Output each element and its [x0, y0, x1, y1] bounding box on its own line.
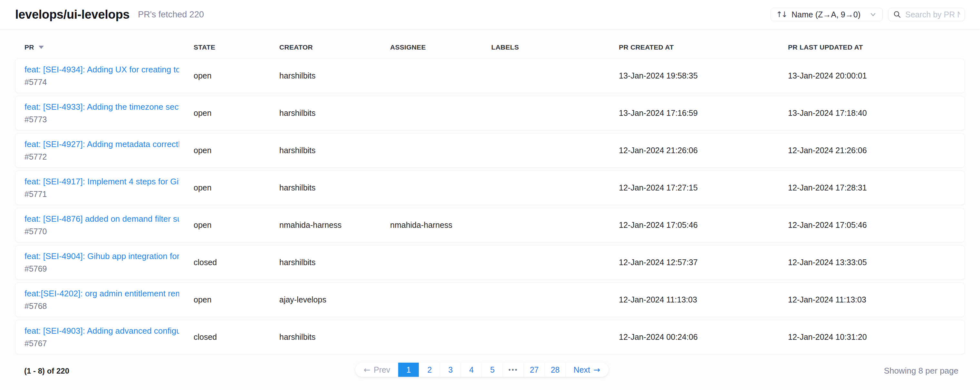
table-row[interactable]: feat:[SEI-4202]: org admin entitlement r…: [15, 282, 965, 317]
pr-title-link[interactable]: feat: [SEI-4876] added on demand filter …: [24, 214, 179, 224]
page-ellipsis[interactable]: •••: [503, 363, 524, 377]
page-button-1[interactable]: 1: [398, 363, 419, 377]
table-row[interactable]: feat: [SEI-4917]: Implement 4 steps for …: [15, 171, 965, 205]
pr-creator: harshilbits: [279, 146, 390, 155]
pr-creator: harshilbits: [279, 71, 390, 81]
pr-title-link[interactable]: feat: [SEI-4933]: Adding the timezone se…: [24, 102, 179, 112]
chevron-down-icon: [870, 11, 877, 18]
pr-state: open: [194, 295, 279, 304]
pr-created-at: 13-Jan-2024 17:16:59: [619, 108, 788, 118]
search-icon: [893, 10, 901, 19]
search-container: [888, 8, 965, 21]
table-row[interactable]: feat: [SEI-4876] added on demand filter …: [15, 208, 965, 242]
pr-created-at: 12-Jan-2024 17:27:15: [619, 183, 788, 192]
fetched-count-label: PR's fetched 220: [138, 10, 204, 20]
page-button-28[interactable]: 28: [545, 363, 566, 377]
pr-title-link[interactable]: feat:[SEI-4202]: org admin entitlement r…: [24, 289, 179, 299]
pr-number: #5773: [24, 115, 194, 124]
column-header-creator: Creator: [279, 43, 390, 51]
pr-state: closed: [194, 258, 279, 267]
pr-creator: harshilbits: [279, 108, 390, 118]
table-row[interactable]: feat: [SEI-4903]: Adding advanced config…: [15, 320, 965, 354]
page-button-4[interactable]: 4: [461, 363, 482, 377]
table-row[interactable]: feat: [SEI-4933]: Adding the timezone se…: [15, 96, 965, 130]
table-row[interactable]: feat: [SEI-4934]: Adding UX for creating…: [15, 59, 965, 93]
column-header-pr[interactable]: PR: [24, 43, 194, 51]
pr-title-link[interactable]: feat: [SEI-4904]: Gihub app integration …: [24, 251, 179, 261]
table-body: feat: [SEI-4934]: Adding UX for creating…: [15, 59, 965, 354]
pr-updated-at: 12-Jan-2024 21:26:06: [788, 146, 964, 155]
pr-state: open: [194, 220, 279, 230]
pr-creator: nmahida-harness: [279, 220, 390, 230]
column-header-updated: PR Last Updated At: [788, 43, 965, 51]
pr-creator: harshilbits: [279, 258, 390, 267]
pr-title-link[interactable]: feat: [SEI-4917]: Implement 4 steps for …: [24, 177, 179, 187]
pr-title-link[interactable]: feat: [SEI-4903]: Adding advanced config…: [24, 326, 179, 336]
footer: (1 - 8) of 220 ← Prev 1 2 3 4 5 ••• 27 2…: [0, 357, 980, 390]
pr-state: closed: [194, 332, 279, 342]
page-button-2[interactable]: 2: [419, 363, 440, 377]
top-bar: levelops/ui-levelops PR's fetched 220 ↑↓…: [0, 0, 980, 29]
pagination: ← Prev 1 2 3 4 5 ••• 27 28 Next →: [355, 363, 609, 377]
pr-number: #5772: [24, 152, 194, 162]
pr-updated-at: 12-Jan-2024 17:28:31: [788, 183, 964, 192]
table-header-row: PR State Creator Assignee Labels PR Crea…: [15, 43, 965, 52]
table-row[interactable]: feat: [SEI-4904]: Gihub app integration …: [15, 245, 965, 280]
results-range-label: (1 - 8) of 220: [24, 366, 69, 376]
sort-caret-icon: [39, 46, 44, 49]
pr-creator: harshilbits: [279, 183, 390, 192]
column-header-assignee: Assignee: [390, 43, 491, 51]
pr-number: #5770: [24, 227, 194, 236]
sort-dropdown[interactable]: ↑↓ Name (Z→A, 9→0): [771, 8, 883, 21]
arrow-left-icon: ←: [364, 365, 371, 374]
pr-created-at: 12-Jan-2024 17:05:46: [619, 220, 788, 230]
pr-created-at: 12-Jan-2024 11:13:03: [619, 295, 788, 304]
pr-state: open: [194, 108, 279, 118]
pr-updated-at: 12-Jan-2024 11:13:03: [788, 295, 964, 304]
column-header-labels: Labels: [491, 43, 619, 51]
column-header-state: State: [194, 43, 279, 51]
page-title: levelops/ui-levelops: [15, 8, 129, 22]
page-button-27[interactable]: 27: [524, 363, 545, 377]
page-button-5[interactable]: 5: [482, 363, 503, 377]
pr-creator: harshilbits: [279, 332, 390, 342]
pr-creator: ajay-levelops: [279, 295, 390, 304]
pr-assignee: nmahida-harness: [390, 220, 491, 230]
pr-updated-at: 13-Jan-2024 17:18:40: [788, 108, 964, 118]
pr-title-link[interactable]: feat: [SEI-4934]: Adding UX for creating…: [24, 65, 179, 75]
pr-state: open: [194, 146, 279, 155]
pr-created-at: 12-Jan-2024 21:26:06: [619, 146, 788, 155]
pr-number: #5767: [24, 339, 194, 348]
pr-number: #5769: [24, 264, 194, 274]
next-page-button[interactable]: Next →: [566, 363, 608, 377]
prev-page-button[interactable]: ← Prev: [355, 363, 398, 377]
pr-state: open: [194, 183, 279, 192]
search-input[interactable]: [905, 10, 960, 19]
pr-created-at: 12-Jan-2024 12:57:37: [619, 258, 788, 267]
pr-created-at: 13-Jan-2024 19:58:35: [619, 71, 788, 81]
per-page-label: Showing 8 per page: [884, 366, 958, 376]
sort-selected-value: Name (Z→A, 9→0): [792, 10, 861, 19]
column-header-created: PR Created At: [619, 43, 788, 51]
pr-number: #5774: [24, 78, 194, 87]
table-row[interactable]: feat: [SEI-4927]: Adding metadata correc…: [15, 133, 965, 168]
pr-updated-at: 12-Jan-2024 13:33:05: [788, 258, 964, 267]
pr-number: #5771: [24, 190, 194, 199]
sort-direction-icon: ↑↓: [776, 10, 786, 19]
page-button-3[interactable]: 3: [440, 363, 461, 377]
pr-state: open: [194, 71, 279, 81]
arrow-right-icon: →: [593, 365, 600, 374]
pr-title-link[interactable]: feat: [SEI-4927]: Adding metadata correc…: [24, 140, 179, 149]
pr-created-at: 12-Jan-2024 00:24:06: [619, 332, 788, 342]
pr-updated-at: 12-Jan-2024 10:31:20: [788, 332, 964, 342]
pr-updated-at: 13-Jan-2024 20:00:01: [788, 71, 964, 81]
pr-updated-at: 12-Jan-2024 17:05:46: [788, 220, 964, 230]
pr-number: #5768: [24, 301, 194, 311]
